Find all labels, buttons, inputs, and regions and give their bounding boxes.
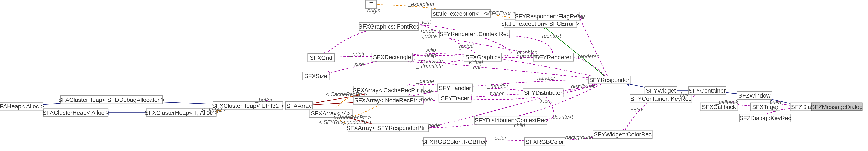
svg-rect-58 (645, 87, 677, 95)
edge-label: _key (677, 92, 689, 98)
svg-rect-28 (366, 0, 376, 8)
edge-label: _exception (408, 1, 434, 7)
svg-rect-56 (593, 130, 652, 139)
node-SFXGraphics_FontRec[interactable]: SFXGraphics::FontRec (359, 22, 419, 30)
edge-SFAClusterHeap_SFDDebugAllocator-SFAHeap_Alloc (43, 103, 60, 105)
edge-label: update (421, 33, 437, 40)
svg-rect-52 (515, 12, 580, 20)
edge-label: _buffer (255, 97, 273, 103)
edge-SFXGraphics-SFXRectangle (412, 55, 464, 56)
edge-label: _size (351, 61, 364, 67)
node-SFZMessageDialog[interactable]: SFZMessageDialog (811, 103, 863, 111)
svg-rect-20 (308, 54, 335, 62)
edge-label: render (421, 28, 437, 34)
edge-label: _flag (573, 13, 585, 19)
edge-label: _cache (416, 78, 434, 84)
svg-rect-4 (43, 109, 108, 117)
node-SFYRenderer_ContextRec[interactable]: SFYRenderer::ContextRec (439, 30, 509, 38)
edge-SFZWindow-SFYContainer (726, 93, 737, 94)
svg-rect-74 (811, 103, 862, 111)
node-SFAClusterHeap_SFDDebugAllocator[interactable]: SFAClusterHeap< SFDDebugAllocator > (58, 96, 165, 104)
node-SFXGrid[interactable]: SFXGrid (308, 54, 335, 62)
node-SFYDistributer[interactable]: SFYDistributer (523, 89, 563, 97)
node-SFYHandler[interactable]: SFYHandler (437, 84, 472, 92)
edge-label: < UInt32 > (202, 107, 226, 112)
edge-label: _virtual (465, 59, 483, 65)
edge-label: _renderer (575, 53, 599, 59)
node-SFZDialog_KeyRec[interactable]: SFZDialog::KeyRec (739, 114, 791, 122)
node-SFYWidget[interactable]: SFYWidget (645, 87, 677, 95)
svg-rect-38 (439, 94, 471, 102)
svg-rect-54 (588, 76, 630, 84)
node-T[interactable]: T (366, 0, 376, 8)
edge-label: origin (367, 7, 380, 14)
node-SFXRectangle[interactable]: SFXRectangle (372, 53, 412, 61)
node-SFAArray[interactable]: SFAArray (286, 102, 313, 110)
edge-label: _handler (534, 75, 556, 81)
edge-label: _child (510, 122, 525, 128)
svg-rect-48 (523, 89, 563, 97)
edge-label: _uclip (422, 52, 436, 58)
edge-label: _rcontext (539, 33, 561, 39)
edge-label: _utranslate (416, 63, 443, 69)
edge-label: _dcontext (549, 114, 573, 120)
svg-rect-24 (372, 53, 412, 61)
edge-label: global (459, 44, 474, 50)
svg-rect-32 (439, 30, 509, 38)
node-SFAHeap_Alloc[interactable]: SFAHeap< Alloc > (0, 102, 44, 110)
edge-label: _color (627, 107, 643, 113)
edge-label: _node (417, 89, 433, 94)
node-static_exception_SFCError[interactable]: static_exception< SFCError > (502, 20, 579, 28)
edge-label: < SFCError > (484, 10, 516, 16)
node-SFXRGBColor[interactable]: SFXRGBColor (525, 138, 565, 146)
node-SFXArray_NodeRecPtr[interactable]: SFXArray< NodeRecPtr > (353, 96, 423, 104)
node-SFYContainer[interactable]: SFYContainer (688, 87, 726, 95)
svg-rect-44 (525, 138, 565, 146)
svg-rect-0 (0, 102, 43, 110)
svg-rect-2 (60, 96, 162, 104)
node-SFYTracer[interactable]: SFYTracer (439, 94, 471, 102)
edge-label: _handler (487, 83, 509, 89)
edge-label: _graphics (517, 53, 540, 59)
svg-rect-36 (437, 84, 472, 92)
node-SFXRGBColor_RGBRec[interactable]: SFXRGBColor::RGBRec (422, 138, 487, 146)
edge-label: _color (491, 135, 507, 141)
edge-label: _sclip (422, 47, 436, 53)
svg-rect-10 (286, 102, 313, 110)
svg-rect-22 (302, 72, 329, 80)
node-static_exception_T[interactable]: static_exception< T > (431, 9, 491, 18)
node-SFYResponder_FlagRec[interactable]: SFYResponder::FlagRec (515, 12, 580, 20)
edge-SFXClusterHeap_UInt32-SFAClusterHeap_SFDDebugAllocator (162, 102, 213, 104)
edge-label: _timer (767, 99, 782, 105)
edge-label: _node (417, 97, 433, 103)
svg-rect-50 (504, 20, 577, 28)
node-SFAClusterHeap_Alloc[interactable]: SFAClusterHeap< Alloc > (42, 109, 109, 117)
edge-label: < CacheRecPtr > (326, 91, 367, 97)
node-SFYResponder[interactable]: SFYResponder (588, 76, 630, 84)
svg-rect-66 (737, 91, 772, 100)
edge-label: _distributer (567, 83, 595, 90)
svg-rect-30 (431, 9, 491, 18)
svg-rect-40 (424, 138, 485, 146)
edge-label: _tracer (487, 91, 504, 97)
edge-label: _key (766, 105, 778, 111)
node-SFYWidget_ColorRec[interactable]: SFYWidget::ColorRec (593, 130, 652, 139)
collaboration-graph: SFAHeap< Alloc >SFAClusterHeap< SFDDebug… (0, 0, 868, 151)
edge-label: _stranslate (416, 58, 443, 64)
edge-label: _font (418, 19, 431, 25)
edge-label: background (565, 134, 593, 140)
svg-rect-70 (740, 114, 791, 122)
svg-rect-26 (359, 22, 418, 30)
node-SFZWindow[interactable]: SFZWindow (737, 91, 772, 100)
edge-label: node (428, 122, 440, 128)
svg-rect-62 (688, 87, 726, 95)
edge-SFYWidget-SFYResponder (629, 84, 645, 87)
edge-label: _real (468, 65, 480, 71)
edge-label: _callback (715, 99, 738, 105)
edge-label: _origin (349, 51, 366, 57)
edge-SFXArray_NodeRecPtr-SFAArray (312, 103, 353, 105)
svg-rect-16 (353, 96, 423, 104)
node-SFXSize[interactable]: SFXSize (302, 72, 329, 80)
edge-label: _tracer (536, 98, 553, 104)
edge-label: < SFYResponderPtr > (319, 119, 372, 125)
